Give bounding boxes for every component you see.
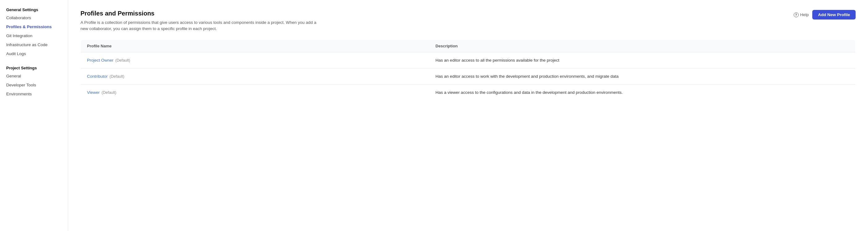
profile-description-cell: Has an editor access to all the permissi… bbox=[429, 52, 856, 68]
header-actions: ? Help Add New Profile bbox=[794, 10, 856, 20]
sidebar-item-collaborators[interactable]: Collaborators bbox=[0, 13, 68, 22]
page-title-area: Profiles and Permissions A Profile is a … bbox=[81, 10, 322, 32]
help-button[interactable]: ? Help bbox=[794, 12, 809, 17]
table-row: Contributor(Default)Has an editor access… bbox=[81, 68, 856, 84]
profile-default-badge: (Default) bbox=[101, 90, 116, 95]
profiles-table: Profile Name Description Project Owner(D… bbox=[81, 40, 856, 100]
sidebar-item-environments[interactable]: Environments bbox=[0, 89, 68, 98]
table-row: Project Owner(Default)Has an editor acce… bbox=[81, 52, 856, 68]
profile-name-link[interactable]: Contributor bbox=[87, 74, 108, 79]
table-header-row: Profile Name Description bbox=[81, 40, 856, 52]
profile-name-cell: Viewer(Default) bbox=[81, 84, 429, 100]
col-header-name: Profile Name bbox=[81, 40, 429, 52]
sidebar-section2-title: Project Settings bbox=[0, 63, 68, 71]
profile-description-cell: Has a viewer access to the configuration… bbox=[429, 84, 856, 100]
table-row: Viewer(Default)Has a viewer access to th… bbox=[81, 84, 856, 100]
profile-name-cell: Project Owner(Default) bbox=[81, 52, 429, 68]
sidebar: General Settings Collaborators Profiles … bbox=[0, 0, 68, 231]
main-content: Profiles and Permissions A Profile is a … bbox=[68, 0, 868, 231]
profile-name-link[interactable]: Viewer bbox=[87, 90, 100, 95]
profile-description-cell: Has an editor access to work with the de… bbox=[429, 68, 856, 84]
sidebar-item-general[interactable]: General bbox=[0, 71, 68, 81]
sidebar-item-audit-logs[interactable]: Audit Logs bbox=[0, 49, 68, 58]
add-new-profile-button[interactable]: Add New Profile bbox=[812, 10, 856, 20]
profile-default-badge: (Default) bbox=[116, 58, 130, 62]
col-header-desc: Description bbox=[429, 40, 856, 52]
sidebar-item-infrastructure-as-code[interactable]: Infrastructure as Code bbox=[0, 40, 68, 49]
sidebar-item-developer-tools[interactable]: Developer Tools bbox=[0, 81, 68, 89]
sidebar-item-profiles-permissions[interactable]: Profiles & Permissions bbox=[0, 22, 68, 31]
help-label: Help bbox=[800, 12, 809, 17]
page-header: Profiles and Permissions A Profile is a … bbox=[81, 10, 856, 32]
sidebar-item-git-integration[interactable]: Git Integration bbox=[0, 31, 68, 40]
profile-name-cell: Contributor(Default) bbox=[81, 68, 429, 84]
page-description: A Profile is a collection of permissions… bbox=[81, 20, 322, 32]
page-title: Profiles and Permissions bbox=[81, 10, 322, 17]
sidebar-section1-title: General Settings bbox=[0, 5, 68, 13]
help-icon: ? bbox=[794, 12, 799, 17]
profile-default-badge: (Default) bbox=[110, 74, 124, 79]
profile-name-link[interactable]: Project Owner bbox=[87, 58, 114, 62]
